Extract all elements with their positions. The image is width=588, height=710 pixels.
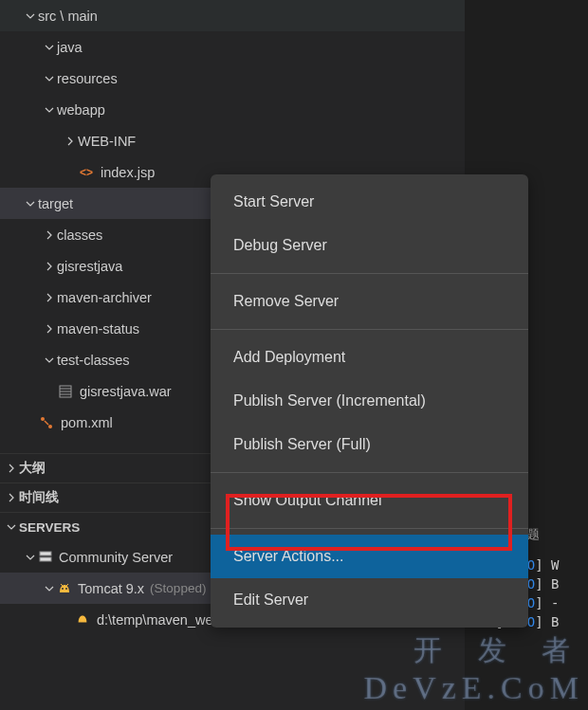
chevron-right-icon [42, 321, 57, 337]
svg-rect-6 [40, 552, 51, 555]
menu-publish-full[interactable]: Publish Server (Full) [211, 423, 528, 466]
chevron-right-icon [42, 228, 57, 243]
file-label: gisrestjava.war [80, 384, 172, 399]
file-label: pom.xml [61, 415, 113, 430]
chevron-right-icon [42, 259, 57, 274]
chevron-down-icon [4, 519, 19, 535]
chevron-down-icon [42, 102, 57, 118]
server-label: Tomcat 9.x [78, 581, 144, 596]
chevron-right-icon [63, 134, 78, 149]
menu-separator [211, 528, 528, 529]
chevron-right-icon [42, 290, 57, 305]
section-label: 时间线 [19, 489, 59, 506]
menu-separator [211, 472, 528, 473]
folder-label: maven-archiver [57, 290, 152, 305]
server-connector-icon [38, 550, 53, 565]
folder-src-main[interactable]: src \ main [0, 0, 465, 31]
folder-label: java [57, 40, 83, 55]
folder-label: maven-status [57, 321, 139, 337]
menu-publish-incremental[interactable]: Publish Server (Incremental) [211, 379, 528, 423]
folder-resources[interactable]: resources [0, 63, 465, 94]
svg-point-5 [48, 425, 52, 428]
folder-java[interactable]: java [0, 31, 465, 63]
chevron-down-icon [23, 196, 38, 211]
chevron-down-icon [42, 40, 57, 55]
menu-remove-server[interactable]: Remove Server [211, 280, 528, 323]
chevron-right-icon [4, 461, 19, 476]
menu-debug-server[interactable]: Debug Server [211, 224, 528, 267]
tomcat-icon [57, 581, 72, 596]
menu-separator [211, 273, 528, 274]
menu-show-output[interactable]: Show Output Channel [211, 479, 528, 522]
folder-label: test-classes [57, 353, 130, 368]
folder-label: webapp [57, 102, 105, 118]
folder-label: WEB-INF [78, 134, 136, 149]
folder-webinf[interactable]: WEB-INF [0, 125, 465, 156]
code-file-icon: <> [78, 164, 95, 181]
folder-label: gisrestjava [57, 259, 122, 274]
section-label: 大纲 [19, 460, 46, 477]
folder-label: resources [57, 71, 118, 86]
menu-edit-server[interactable]: Edit Server [211, 578, 528, 622]
chevron-down-icon [23, 9, 38, 24]
context-menu: Start Server Debug Server Remove Server … [211, 174, 528, 628]
svg-point-4 [41, 417, 45, 421]
tomcat-icon [76, 612, 91, 628]
menu-start-server[interactable]: Start Server [211, 180, 528, 224]
chevron-down-icon [23, 550, 38, 565]
menu-separator [211, 329, 528, 330]
spacer [23, 415, 38, 430]
spacer [42, 384, 57, 399]
server-label: Community Server [59, 550, 173, 565]
menu-add-deployment[interactable]: Add Deployment [211, 336, 528, 379]
archive-file-icon [57, 383, 74, 400]
chevron-down-icon [42, 581, 57, 596]
folder-webapp[interactable]: webapp [0, 94, 465, 125]
folder-label: classes [57, 228, 102, 243]
folder-label: src \ main [38, 9, 98, 24]
svg-point-8 [62, 588, 64, 590]
folder-label: target [38, 196, 73, 211]
chevron-right-icon [4, 490, 19, 505]
chevron-down-icon [42, 71, 57, 86]
spacer [63, 165, 78, 180]
chevron-down-icon [42, 353, 57, 368]
menu-server-actions[interactable]: Server Actions... [211, 535, 528, 578]
section-label: SERVERS [19, 520, 80, 535]
file-label: index.jsp [101, 165, 155, 180]
svg-point-9 [65, 588, 67, 590]
svg-rect-7 [40, 557, 51, 561]
xml-file-icon [38, 414, 55, 431]
